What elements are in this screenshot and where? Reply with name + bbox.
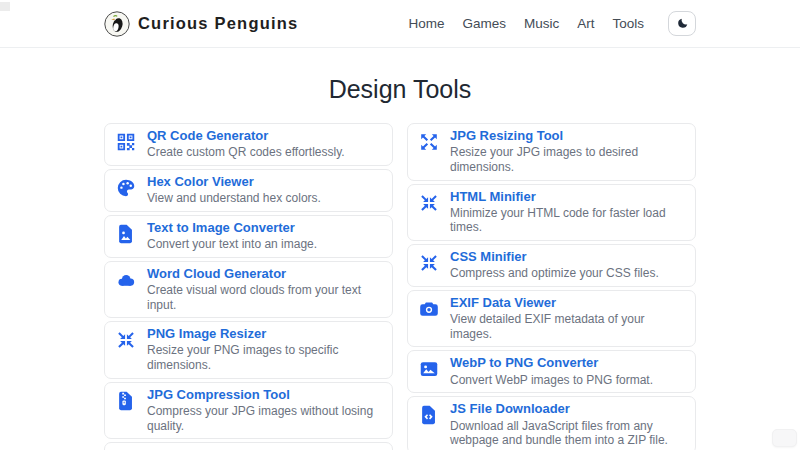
tool-card[interactable]: WebP to PNG ConverterConvert WebP images… — [407, 350, 696, 393]
tool-description: Convert WebP images to PNG format. — [450, 373, 653, 388]
cloud-icon — [115, 269, 137, 291]
tool-description: Convert your text into an image. — [147, 237, 317, 252]
tool-title: Hex Color Viewer — [147, 174, 321, 190]
tool-card[interactable]: JPG Compression ToolCompress your JPG im… — [104, 382, 393, 440]
tool-card[interactable]: EXIF Data ViewerView detailed EXIF metad… — [407, 290, 696, 348]
tool-card[interactable]: Text to Image ConverterConvert your text… — [104, 215, 393, 258]
nav-link-games[interactable]: Games — [462, 16, 506, 31]
tool-description: Download all JavaScript files from any w… — [450, 419, 685, 448]
tool-description: Create custom QR codes effortlessly. — [147, 145, 345, 160]
tool-card[interactable]: JS File DownloaderDownload all JavaScrip… — [407, 396, 696, 450]
tool-title: JPG Resizing Tool — [450, 128, 685, 144]
theme-toggle-button[interactable] — [668, 11, 696, 36]
page-title: Design Tools — [0, 75, 800, 104]
brand-home-link[interactable]: Curious Penguins — [104, 11, 298, 37]
tool-description: Resize your PNG images to specific dimen… — [147, 343, 382, 372]
expand-icon — [418, 131, 440, 153]
tool-title: Text to Image Converter — [147, 220, 317, 236]
tool-title: EXIF Data Viewer — [450, 295, 685, 311]
tool-title: JS File Downloader — [450, 401, 685, 417]
tool-card[interactable]: Word Cloud GeneratorCreate visual word c… — [104, 261, 393, 319]
tool-description: Resize your JPG images to desired dimens… — [450, 145, 685, 174]
tool-title: JPG Compression Tool — [147, 387, 382, 403]
main-nav: HomeGamesMusicArtTools — [408, 11, 696, 36]
tool-card[interactable]: QR Code GeneratorCreate custom QR codes … — [104, 123, 393, 166]
tool-card[interactable]: CSS MinifierCompress and optimize your C… — [407, 244, 696, 287]
compress-icon — [418, 252, 440, 274]
tool-title: CSS Minifier — [450, 249, 659, 265]
tool-description: Minimize your HTML code for faster load … — [450, 206, 685, 235]
tool-card[interactable]: CSS Button GeneratorCreate customizable … — [104, 442, 393, 450]
file-code-icon — [418, 404, 440, 426]
image-icon — [418, 358, 440, 380]
file-image-icon — [115, 223, 137, 245]
tool-card[interactable]: Hex Color ViewerView and understand hex … — [104, 169, 393, 212]
tools-column-left: QR Code GeneratorCreate custom QR codes … — [104, 123, 393, 450]
moon-icon — [676, 17, 689, 30]
file-zipper-icon — [115, 390, 137, 412]
tool-title: WebP to PNG Converter — [450, 355, 653, 371]
brand-name: Curious Penguins — [138, 14, 298, 33]
camera-icon — [418, 298, 440, 320]
tool-description: View and understand hex colors. — [147, 191, 321, 206]
palette-icon — [115, 177, 137, 199]
penguin-logo-icon — [104, 11, 130, 37]
nav-link-music[interactable]: Music — [524, 16, 559, 31]
nav-link-tools[interactable]: Tools — [612, 16, 644, 31]
tool-description: Compress and optimize your CSS files. — [450, 266, 659, 281]
tool-description: Create visual word clouds from your text… — [147, 283, 382, 312]
floating-action-button[interactable] — [772, 429, 797, 447]
tool-title: QR Code Generator — [147, 128, 345, 144]
compress-icon — [418, 192, 440, 214]
tool-title: Word Cloud Generator — [147, 266, 382, 282]
tools-column-right: JPG Resizing ToolResize your JPG images … — [407, 123, 696, 450]
tools-grid: QR Code GeneratorCreate custom QR codes … — [104, 123, 696, 450]
tool-description: Compress your JPG images without losing … — [147, 404, 382, 433]
tool-card[interactable]: JPG Resizing ToolResize your JPG images … — [407, 123, 696, 181]
nav-link-art[interactable]: Art — [577, 16, 594, 31]
tool-title: PNG Image Resizer — [147, 326, 382, 342]
main-nav-links: HomeGamesMusicArtTools — [408, 16, 644, 31]
site-header: Curious Penguins HomeGamesMusicArtTools — [0, 0, 800, 48]
main-content: Design Tools QR Code GeneratorCreate cus… — [0, 75, 800, 450]
tool-card[interactable]: PNG Image ResizerResize your PNG images … — [104, 321, 393, 379]
tool-card[interactable]: HTML MinifierMinimize your HTML code for… — [407, 184, 696, 242]
tool-description: View detailed EXIF metadata of your imag… — [450, 312, 685, 341]
qrcode-icon — [115, 131, 137, 153]
nav-link-home[interactable]: Home — [408, 16, 444, 31]
tool-title: HTML Minifier — [450, 189, 685, 205]
corner-artifact — [0, 2, 10, 11]
compress-icon — [115, 329, 137, 351]
